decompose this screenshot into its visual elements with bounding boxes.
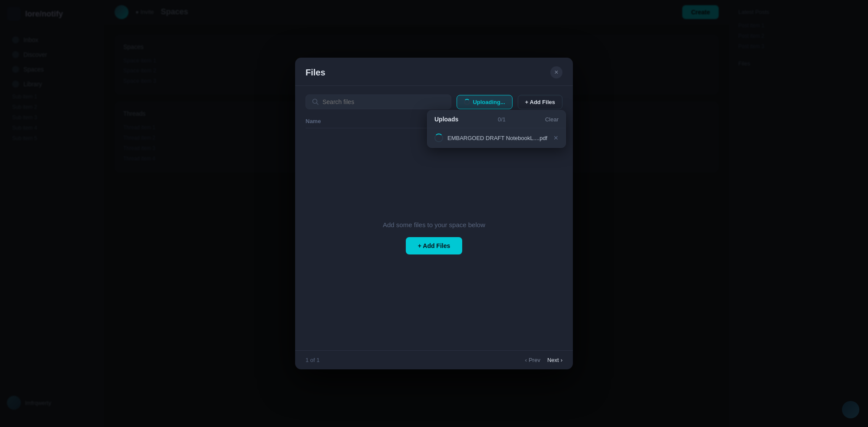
search-box bbox=[306, 95, 451, 109]
uploading-label: Uploading... bbox=[473, 99, 505, 105]
empty-state: Add some files to your space below + Add… bbox=[306, 134, 562, 342]
modal-body: Uploading... + Add Files Uploads 0/1 Cle… bbox=[295, 86, 573, 350]
uploading-button[interactable]: Uploading... bbox=[457, 95, 512, 109]
prev-button[interactable]: ‹ Prev bbox=[525, 357, 540, 363]
files-table: Add some files to your space below + Add… bbox=[306, 134, 562, 342]
modal-toolbar: Uploading... + Add Files Uploads 0/1 Cle… bbox=[306, 95, 562, 109]
uploads-label: Uploads bbox=[434, 116, 458, 123]
uploads-dropdown: Uploads 0/1 Clear EMBARGOED DRAFT Notebo… bbox=[427, 110, 566, 148]
modal-header: Files × bbox=[295, 58, 573, 86]
uploads-clear-button[interactable]: Clear bbox=[545, 116, 559, 123]
upload-filename: EMBARGOED DRAFT NotebookL....pdf bbox=[447, 135, 549, 141]
pagination-info: 1 of 1 bbox=[306, 357, 320, 363]
add-files-button-toolbar[interactable]: + Add Files bbox=[518, 95, 562, 109]
files-modal: Files × Uploading... + Add Files bbox=[295, 58, 573, 369]
modal-title: Files bbox=[306, 68, 326, 78]
chevron-left-icon: ‹ bbox=[525, 357, 527, 363]
modal-close-button[interactable]: × bbox=[550, 66, 562, 78]
pagination-nav: ‹ Prev Next › bbox=[525, 357, 562, 363]
uploads-header: Uploads 0/1 Clear bbox=[427, 111, 566, 128]
add-files-button-empty[interactable]: + Add Files bbox=[406, 237, 463, 254]
search-icon bbox=[312, 98, 319, 105]
upload-item-spinner-icon bbox=[434, 134, 443, 142]
next-button[interactable]: Next › bbox=[547, 357, 562, 363]
modal-footer: 1 of 1 ‹ Prev Next › bbox=[295, 350, 573, 369]
upload-cancel-button[interactable]: ✕ bbox=[553, 134, 559, 141]
upload-spinner-icon bbox=[464, 99, 470, 105]
upload-item: EMBARGOED DRAFT NotebookL....pdf ✕ bbox=[427, 128, 566, 147]
empty-state-text: Add some files to your space below bbox=[383, 221, 485, 228]
next-label: Next bbox=[547, 357, 559, 363]
search-input[interactable] bbox=[322, 98, 445, 105]
uploads-progress: 0/1 bbox=[498, 116, 506, 123]
modal-overlay: Files × Uploading... + Add Files bbox=[0, 0, 868, 427]
chevron-right-icon: › bbox=[561, 357, 562, 363]
prev-label: Prev bbox=[529, 357, 540, 363]
